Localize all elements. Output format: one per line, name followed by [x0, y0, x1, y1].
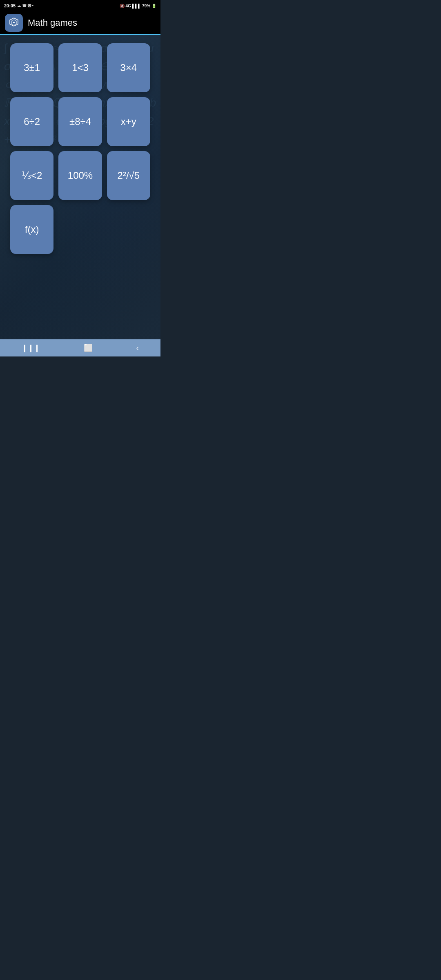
empty-slot-2 [107, 205, 150, 254]
time-display: 20:05 [4, 3, 16, 8]
app-bar: Math games [0, 11, 160, 35]
game-btn-multiplication[interactable]: 3×4 [107, 43, 150, 92]
game-btn-division[interactable]: 6÷2 [10, 97, 53, 146]
game-btn-algebra[interactable]: x+y [107, 97, 150, 146]
signal-icons: ☁ ☎ 🖼 • [17, 4, 33, 8]
svg-point-2 [13, 22, 15, 23]
battery-icon: 🔋 [151, 4, 156, 8]
app-title: Math games [28, 18, 77, 28]
game-btn-signed-division[interactable]: ±8÷4 [58, 97, 102, 146]
main-content: ∫ ∑ π √ ∞ ≈ ≠ ± × ÷ α β γ θ λ μ σ φ ψ ω … [0, 35, 160, 339]
empty-slot-1 [58, 205, 102, 254]
game-btn-percentage[interactable]: 100% [58, 151, 102, 200]
battery-indicator: 79% [142, 4, 150, 8]
game-btn-addition-subtraction[interactable]: 3±1 [10, 43, 53, 92]
status-bar: 20:05 ☁ ☎ 🖼 • 🔇 4G ▌▌▌ 79% 🔋 [0, 0, 160, 11]
mute-icon: 🔇 [120, 4, 125, 8]
games-grid: 3±1 1<3 3×4 6÷2 ±8÷4 x+y ⅓<2 100% 2²/√5 [10, 43, 150, 254]
status-right: 🔇 4G ▌▌▌ 79% 🔋 [120, 4, 156, 8]
game-btn-comparison[interactable]: 1<3 [58, 43, 102, 92]
nav-recent-button[interactable]: ❙❙❙ [13, 340, 48, 356]
game-btn-functions[interactable]: f(x) [10, 205, 53, 254]
nav-home-button[interactable]: ⬜ [76, 340, 101, 356]
app-icon [5, 14, 23, 32]
signal-bars: 4G ▌▌▌ [126, 4, 141, 8]
nav-bar: ❙❙❙ ⬜ ‹ [0, 339, 160, 356]
game-btn-powers-roots[interactable]: 2²/√5 [107, 151, 150, 200]
status-time: 20:05 ☁ ☎ 🖼 • [4, 3, 33, 8]
nav-back-button[interactable]: ‹ [128, 341, 147, 356]
game-btn-fractions[interactable]: ⅓<2 [10, 151, 53, 200]
